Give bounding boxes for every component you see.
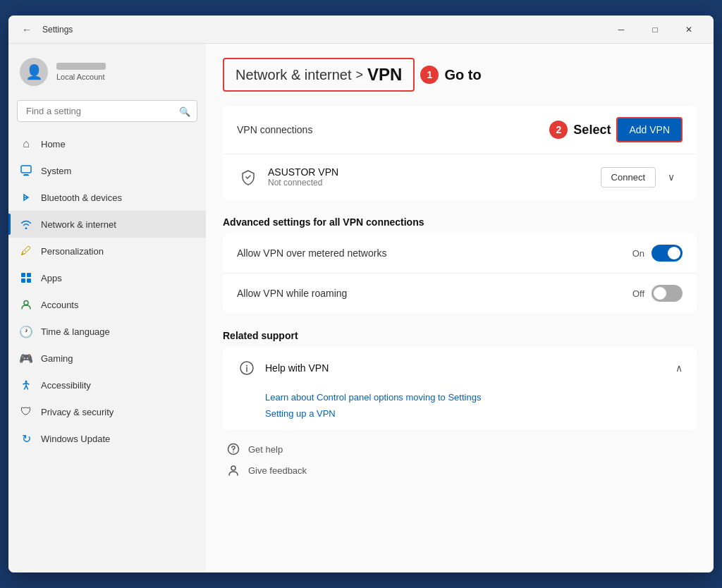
time-icon: 🕐 — [20, 325, 32, 338]
roaming-row: Allow VPN while roaming Off — [223, 273, 697, 313]
sidebar-item-label: Personalization — [41, 246, 104, 257]
give-feedback-label: Give feedback — [248, 465, 307, 476]
vpn-item-status: Not connected — [268, 178, 601, 188]
sidebar-item-apps[interactable]: Apps — [8, 264, 206, 291]
window-title: Settings — [42, 25, 605, 35]
user-info: Local Account — [56, 63, 106, 81]
sidebar-item-label: Home — [41, 139, 66, 149]
search-icon: 🔍 — [179, 106, 190, 116]
get-help-link[interactable]: Get help — [226, 441, 697, 457]
help-link-1[interactable]: Learn about Control panel options moving… — [265, 392, 683, 403]
help-links: Learn about Control panel options moving… — [223, 389, 697, 430]
annotation-2-badge: 2 — [549, 121, 568, 139]
window-controls: ─ □ ✕ — [605, 18, 705, 41]
give-feedback-icon — [226, 463, 241, 478]
user-section: 👤 Local Account — [8, 52, 206, 97]
sidebar-item-label: Apps — [41, 273, 62, 283]
vpn-actions: 2 Select Add VPN — [549, 117, 683, 142]
advanced-settings-title: Advanced settings for all VPN connection… — [223, 205, 697, 233]
update-icon: ↻ — [20, 432, 32, 445]
vpn-shield-icon — [237, 166, 259, 188]
vpn-item-name: ASUSTOR VPN — [268, 166, 601, 178]
give-feedback-link[interactable]: Give feedback — [226, 463, 697, 478]
search-input[interactable] — [17, 100, 197, 122]
search-box: 🔍 — [17, 100, 197, 122]
connect-button[interactable]: Connect — [601, 167, 656, 188]
vpn-item-row: ASUSTOR VPN Not connected Connect ∨ — [223, 154, 697, 200]
avatar-icon: 👤 — [25, 63, 43, 80]
roaming-label: Allow VPN while roaming — [237, 288, 347, 299]
sidebar-item-bluetooth[interactable]: Bluetooth & devices — [8, 184, 206, 211]
bottom-links: Get help Give feedback — [223, 441, 697, 478]
maximize-button[interactable]: □ — [639, 18, 671, 41]
sidebar-item-accessibility[interactable]: Accessibility — [8, 372, 206, 398]
sidebar-item-update[interactable]: ↻ Windows Update — [8, 425, 206, 452]
roaming-status: Off — [632, 288, 644, 299]
close-icon: ✕ — [685, 25, 692, 35]
sidebar-item-personalization[interactable]: 🖊 Personalization — [8, 238, 206, 264]
sidebar-item-time[interactable]: 🕐 Time & language — [8, 318, 206, 345]
svg-rect-5 — [21, 278, 25, 283]
sidebar-item-network[interactable]: Network & internet — [8, 211, 206, 238]
vpn-connections-card: VPN connections 2 Select Add VPN — [223, 106, 697, 200]
home-icon: ⌂ — [20, 137, 32, 150]
sidebar: 👤 Local Account 🔍 ⌂ Home — [8, 44, 206, 572]
back-button[interactable]: ← — [17, 20, 37, 39]
breadcrumb-current: VPN — [367, 65, 402, 85]
sidebar-item-accounts[interactable]: Accounts — [8, 291, 206, 318]
metered-toggle[interactable] — [651, 245, 683, 262]
sidebar-nav: ⌂ Home System — [8, 130, 206, 452]
help-chevron-up-icon: ∧ — [675, 362, 683, 374]
titlebar: ← Settings ─ □ ✕ — [8, 16, 714, 44]
roaming-toggle-area: Off — [632, 285, 683, 302]
sidebar-item-label: Accessibility — [41, 380, 91, 391]
breadcrumb-parent: Network & internet — [235, 67, 352, 83]
accounts-icon — [20, 298, 32, 311]
svg-rect-3 — [21, 273, 25, 277]
svg-point-10 — [246, 365, 247, 367]
personalization-icon: 🖊 — [20, 245, 32, 257]
help-icon — [237, 358, 257, 378]
add-vpn-button[interactable]: Add VPN — [616, 117, 683, 142]
metered-status: On — [632, 248, 644, 259]
help-card: Help with VPN ∧ Learn about Control pane… — [223, 347, 697, 430]
minimize-button[interactable]: ─ — [605, 18, 637, 41]
breadcrumb-separator: > — [356, 68, 364, 82]
page-header: Network & internet > VPN 1 Go to — [223, 58, 697, 92]
metered-label: Allow VPN over metered networks — [237, 247, 386, 259]
toggle-thumb — [668, 247, 680, 259]
close-button[interactable]: ✕ — [673, 18, 705, 41]
get-help-icon — [226, 441, 241, 457]
back-icon: ← — [22, 24, 32, 35]
help-with-vpn-label: Help with VPN — [265, 362, 329, 374]
user-type: Local Account — [56, 73, 106, 81]
goto-label: Go to — [444, 67, 481, 83]
annotation-1-badge: 1 — [420, 66, 439, 84]
avatar: 👤 — [20, 58, 48, 86]
svg-rect-6 — [27, 278, 31, 283]
vpn-item-info: ASUSTOR VPN Not connected — [268, 166, 601, 188]
help-header[interactable]: Help with VPN ∧ — [223, 347, 697, 389]
svg-rect-4 — [27, 273, 31, 277]
metered-networks-row: Allow VPN over metered networks On — [223, 233, 697, 273]
roaming-toggle[interactable] — [651, 285, 683, 302]
help-header-left: Help with VPN — [237, 358, 329, 378]
settings-window: ← Settings ─ □ ✕ 👤 Local — [8, 16, 714, 572]
vpn-expand-button[interactable]: ∨ — [660, 166, 683, 188]
sidebar-item-gaming[interactable]: 🎮 Gaming — [8, 345, 206, 372]
metered-toggle-area: On — [632, 245, 683, 262]
bluetooth-icon — [20, 191, 32, 204]
advanced-settings-card: Allow VPN over metered networks On Allow… — [223, 233, 697, 313]
sidebar-item-label: Gaming — [41, 353, 73, 364]
chevron-down-icon: ∨ — [668, 171, 675, 183]
sidebar-item-system[interactable]: System — [8, 157, 206, 184]
toggle-thumb — [654, 287, 666, 300]
sidebar-item-privacy[interactable]: 🛡 Privacy & security — [8, 398, 206, 425]
help-link-2[interactable]: Setting up a VPN — [265, 408, 683, 419]
sidebar-item-home[interactable]: ⌂ Home — [8, 130, 206, 157]
vpn-item-actions: Connect ∨ — [601, 166, 683, 188]
main-layout: 👤 Local Account 🔍 ⌂ Home — [8, 44, 714, 572]
sidebar-item-label: Network & internet — [41, 219, 116, 230]
sidebar-item-label: System — [41, 166, 71, 176]
related-support-title: Related support — [223, 319, 697, 347]
